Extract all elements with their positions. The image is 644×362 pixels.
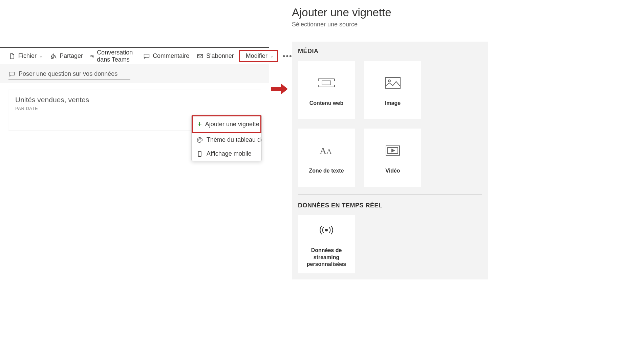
media-section: MÉDIA Contenu web Image AA Zone de texte [292,42,488,279]
card-subtitle: PAR DATE [15,106,254,111]
comment-icon [8,71,15,77]
tile-video-label: Vidéo [382,167,403,175]
subscribe-button[interactable]: S'abonner [194,50,237,62]
question-input[interactable]: Poser une question sur vos données [8,70,130,80]
modify-button[interactable]: Modifier ⌄ [239,50,278,62]
panel-subtitle: Sélectionner une source [292,21,488,28]
svg-point-4 [199,138,200,139]
arrow-icon [271,83,288,95]
palette-icon [196,137,203,143]
modify-label: Modifier [246,52,267,60]
plus-icon: + [197,120,202,129]
chevron-down-icon: ⌄ [39,54,43,59]
tile-streaming-label: Données de streaming personnalisées [298,247,355,268]
svg-rect-8 [385,77,400,88]
menu-theme[interactable]: Thème du tableau de.. [192,133,261,147]
teams-label: Conversation dans Teams [97,49,136,63]
tile-web-label: Contenu web [306,100,347,107]
share-button[interactable]: Partager [47,50,86,62]
svg-rect-2 [198,54,203,58]
svg-rect-7 [322,81,331,85]
file-label: Fichier [18,52,37,60]
mail-icon [197,53,203,60]
mobile-icon [196,151,203,157]
video-icon [383,141,402,160]
annotation-arrow [271,83,288,96]
file-menu[interactable]: Fichier ⌄ [6,50,45,62]
svg-point-14 [325,229,327,231]
tile-image-label: Image [382,100,404,107]
question-bar: Poser une question sur vos données [0,64,269,83]
menu-mobile-label: Affichage mobile [207,150,252,157]
svg-point-5 [200,138,201,139]
svg-point-9 [388,80,390,82]
tile-text-zone[interactable]: AA Zone de texte [298,129,355,187]
comment-label: Commentaire [153,52,189,60]
teams-button[interactable]: Conversation dans Teams [88,47,138,65]
comment-button[interactable]: Commentaire [141,50,192,62]
comment-icon [143,53,150,60]
text-icon: AA [317,141,336,160]
divider [298,194,482,195]
tile-video[interactable]: Vidéo [364,129,421,187]
svg-text:A: A [320,145,327,156]
svg-point-3 [198,140,199,140]
streaming-icon [317,221,336,240]
toolbar: Fichier ⌄ Partager Conversation dans Tea… [0,47,269,64]
add-tile-panel: Ajouter une vignette Sélectionner une so… [292,6,488,279]
tile-streaming-data[interactable]: Données de streaming personnalisées [298,215,355,273]
panel-title: Ajouter une vignette [292,6,488,19]
web-content-icon [317,73,336,92]
question-placeholder: Poser une question sur vos données [19,70,117,77]
share-icon [50,53,57,60]
menu-add-tile-label: Ajouter une vignette [205,121,259,128]
realtime-header: DONNÉES EN TEMPS RÉEL [298,202,482,209]
menu-mobile[interactable]: Affichage mobile [192,147,261,161]
menu-theme-label: Thème du tableau de.. [207,136,261,143]
chevron-down-icon: ⌄ [270,54,274,59]
tile-web-content[interactable]: Contenu web [298,61,355,119]
image-icon [383,73,402,92]
share-label: Partager [60,52,83,60]
media-header: MÉDIA [298,48,482,55]
subscribe-label: S'abonner [206,52,234,60]
tile-text-label: Zone de texte [305,167,347,175]
tile-image[interactable]: Image [364,61,421,119]
card-title: Unités vendues, ventes [15,96,254,104]
file-icon [9,53,16,60]
svg-point-1 [93,55,93,55]
menu-add-tile[interactable]: + Ajouter une vignette [192,115,261,133]
svg-text:A: A [326,147,332,156]
teams-icon [90,53,94,60]
modify-dropdown: + Ajouter une vignette Thème du tableau … [191,115,262,161]
